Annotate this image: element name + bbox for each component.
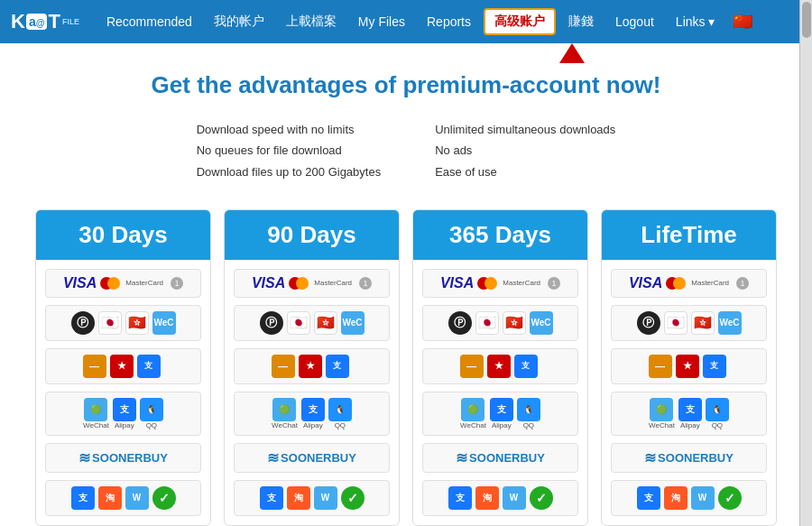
- payment-soonerbuy[interactable]: ≋ SOONERBUY: [234, 443, 390, 473]
- payment-row3[interactable]: — ★ 支: [611, 348, 767, 384]
- main-content: Get the advantages of premium-account no…: [0, 43, 812, 526]
- payment-row4[interactable]: 🟢 WeChat 支 Alipay 🐧 QQ: [234, 392, 390, 436]
- mc-text: MasterCard: [314, 279, 352, 287]
- features-row: Download speed with no limits No queues …: [90, 119, 722, 182]
- payment-soonerbuy[interactable]: ≋ SOONERBUY: [611, 443, 767, 473]
- plan-365days-header: 365 Days: [413, 210, 587, 260]
- payment-visa-mc[interactable]: VISA MasterCard 1: [234, 269, 390, 298]
- mastercard-logo: [289, 277, 309, 290]
- nav-logout[interactable]: Logout: [606, 9, 663, 34]
- visa-logo: VISA: [252, 275, 285, 291]
- jp-flag-icon: 🇯🇵: [98, 311, 122, 335]
- pricing-row: 30 Days VISA MasterCard 1 Ⓟ: [18, 209, 794, 526]
- soonerbuy-label: ≋ SOONERBUY: [267, 449, 356, 466]
- nav-earn[interactable]: 賺錢: [559, 8, 603, 35]
- payment-visa-mc[interactable]: VISA MasterCard 1: [611, 269, 767, 298]
- icon-red1: ★: [110, 355, 134, 378]
- payment-row3[interactable]: — ★ 支: [234, 348, 390, 384]
- mastercard-logo: [477, 277, 497, 290]
- hero-title: Get the advantages of premium-account no…: [18, 70, 794, 101]
- plan-365days-body: VISA MasterCard 1 Ⓟ 🇯🇵 🇭🇰 WeC: [413, 260, 587, 525]
- logo-file: FILE: [62, 17, 79, 26]
- payment-visa-mc[interactable]: VISA MasterCard 1: [422, 269, 578, 298]
- wechat-icon: WeC: [718, 311, 742, 335]
- mc-text: MasterCard: [503, 279, 540, 287]
- payment-row4[interactable]: 🟢 WeChat 支 Alipay 🐧 QQ: [45, 392, 201, 436]
- icon-alipay: 支: [326, 355, 349, 378]
- scrollbar-thumb[interactable]: [802, 2, 811, 38]
- visa-count: 1: [359, 277, 372, 290]
- wechat-icon: WeC: [152, 311, 176, 335]
- highlight-arrow: [559, 43, 585, 63]
- soonerbuy-label: ≋ SOONERBUY: [78, 449, 168, 466]
- plan-30days-header: 30 Days: [36, 210, 210, 260]
- nav-links: Recommended 我的帐户 上載檔案 My Files Reports 高…: [97, 8, 801, 35]
- payment-row6[interactable]: 支 淘 W ✓: [45, 480, 201, 516]
- nav-language[interactable]: 🇨🇳: [727, 8, 758, 35]
- nav-recommended[interactable]: Recommended: [97, 9, 201, 34]
- payment-row2[interactable]: Ⓟ 🇯🇵 🇭🇰 WeC: [611, 305, 767, 341]
- payment-row2[interactable]: Ⓟ 🇯🇵 🇭🇰 WeC: [45, 305, 201, 341]
- navbar: K a@ T FILE Recommended 我的帐户 上載檔案 My Fil…: [0, 0, 812, 43]
- wechat-icon: WeC: [530, 311, 553, 335]
- mc-text: MasterCard: [691, 279, 729, 287]
- payment-row6[interactable]: 支 淘 W ✓: [422, 480, 578, 516]
- payment-row6[interactable]: 支 淘 W ✓: [611, 480, 767, 516]
- plan-lifetime-header: LifeTime: [602, 210, 776, 260]
- alipay-icon: 支: [113, 398, 136, 421]
- payment-soonerbuy[interactable]: ≋ SOONERBUY: [422, 443, 578, 473]
- plan-lifetime: LifeTime VISA MasterCard 1 Ⓟ 🇯🇵 🇭: [601, 209, 777, 526]
- logo-t: T: [48, 10, 60, 33]
- paypal-icon: Ⓟ: [71, 311, 95, 335]
- plan-90days-header: 90 Days: [225, 210, 399, 260]
- nav-myaccount[interactable]: 我的帐户: [205, 8, 273, 35]
- logo-k: K: [11, 10, 25, 33]
- logo[interactable]: K a@ T FILE: [11, 10, 79, 33]
- icon-yellow1: —: [272, 355, 295, 378]
- payment-row2[interactable]: Ⓟ 🇯🇵 🇭🇰 WeC: [234, 305, 390, 341]
- payment-row4[interactable]: 🟢 WeChat 支 Alipay 🐧 QQ: [611, 392, 767, 436]
- feature-item: No queues for file download: [197, 140, 382, 161]
- jp-flag-icon: 🇯🇵: [287, 311, 310, 335]
- payment-visa-mc[interactable]: VISA MasterCard 1: [45, 269, 201, 298]
- icon-red1: ★: [299, 355, 322, 378]
- paypal-icon: Ⓟ: [637, 311, 660, 335]
- paypal-icon: Ⓟ: [448, 311, 472, 335]
- payment-row6[interactable]: 支 淘 W ✓: [234, 480, 390, 516]
- visa-logo: VISA: [440, 275, 474, 291]
- nav-reports[interactable]: Reports: [418, 9, 480, 34]
- feature-item: Download speed with no limits: [197, 119, 382, 140]
- feature-item: Unlimited simultaneous downloads: [435, 119, 615, 140]
- hk-flag-icon: 🇭🇰: [314, 311, 337, 335]
- icon-alipay: 支: [137, 355, 161, 378]
- mastercard-logo: [666, 277, 686, 290]
- payment-row4[interactable]: 🟢 WeChat 支 Alipay 🐧 QQ: [422, 392, 578, 436]
- check-icon: ✓: [152, 486, 176, 510]
- wechat-icon3: W: [125, 486, 149, 510]
- hk-flag-icon: 🇭🇰: [503, 311, 526, 335]
- feature-item: No ads: [435, 140, 615, 161]
- nav-premium[interactable]: 高级账户: [484, 8, 556, 35]
- plan-30days: 30 Days VISA MasterCard 1 Ⓟ: [35, 209, 211, 526]
- logo-at: a@: [26, 14, 48, 30]
- soonerbuy-label: ≋ SOONERBUY: [644, 449, 734, 466]
- wechat-icon2: 🟢: [84, 398, 107, 421]
- features-col2: Unlimited simultaneous downloads No ads …: [435, 119, 615, 182]
- plan-lifetime-body: VISA MasterCard 1 Ⓟ 🇯🇵 🇭🇰 WeC: [602, 260, 776, 525]
- nav-upload[interactable]: 上載檔案: [277, 8, 346, 35]
- payment-soonerbuy[interactable]: ≋ SOONERBUY: [45, 443, 201, 473]
- payment-row3[interactable]: — ★ 支: [45, 348, 201, 384]
- jp-flag-icon: 🇯🇵: [664, 311, 687, 335]
- plan-90days-body: VISA MasterCard 1 Ⓟ 🇯🇵 🇭🇰 WeC: [225, 260, 399, 525]
- icon-yellow1: —: [83, 355, 106, 378]
- feature-item: Download files up to 200 Gigabytes: [197, 161, 382, 182]
- nav-links[interactable]: Links ▾: [667, 9, 724, 34]
- nav-myfiles[interactable]: My Files: [349, 9, 414, 34]
- paypal-icon: Ⓟ: [260, 311, 283, 335]
- visa-logo: VISA: [629, 275, 662, 291]
- wechat-icon: WeC: [341, 311, 364, 335]
- scrollbar[interactable]: [799, 0, 812, 526]
- features-col1: Download speed with no limits No queues …: [197, 119, 382, 182]
- payment-row2[interactable]: Ⓟ 🇯🇵 🇭🇰 WeC: [422, 305, 578, 341]
- payment-row3[interactable]: — ★ 支: [422, 348, 578, 384]
